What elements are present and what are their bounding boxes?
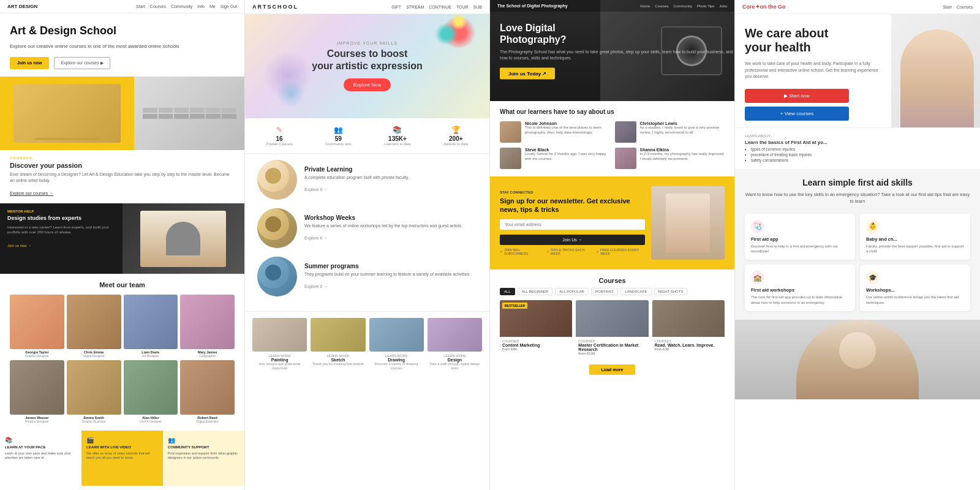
p1-discover-link[interactable]: Explore our courses → [10,191,53,195]
p3-nav-tips[interactable]: Photo Tips [697,4,714,8]
list-item: Robert Reed Digital Illustrator [180,360,235,423]
p1-explore-button[interactable]: Explore our courses ▶ [54,57,110,69]
member-role: Calligrapher [180,354,235,358]
p1-discover-text: Ever dream of becoming a Designer? Let A… [10,172,235,184]
p1-keyboard-visual [134,77,244,150]
filter-popular[interactable]: ALL POPULAR [555,288,589,295]
p2-stat-community-num: 59 [325,135,352,142]
p1-hero-image-row [0,77,244,150]
list-item: safety considerations [745,157,970,163]
course-1-title: Content Marketing [502,343,570,347]
community-icon: 👥 [168,437,239,443]
newsletter-submit-button[interactable]: Join Us → [500,235,645,245]
p2-feature-link-private[interactable]: Explore it → [304,187,328,192]
filter-portrait[interactable]: PORTRAIT [591,288,618,295]
p2-nav-tour[interactable]: TOUR [456,5,469,9]
p2-explore-button[interactable]: Explore Now [344,78,391,91]
filter-landscape[interactable]: LANDSCAPE [620,288,651,295]
list-item: Mary James Calligrapher [180,295,235,358]
avatar [10,295,64,349]
learn-icon: 📚 [5,437,77,443]
p1-bottom-learn-label: LEARN AT YOUR PACE [5,445,77,450]
p1-nav-courses[interactable]: Courses [150,4,166,9]
p3-nav-home[interactable]: Home [640,4,650,8]
p3-nav-courses[interactable]: Courses [655,4,668,8]
reviewer-text: Lovely School for 2 months ago. I was ve… [525,152,610,162]
p1-keyboard-image [134,77,244,150]
p1-hero: Art & Design School Explore our creative… [0,13,244,77]
p4-nav-start[interactable]: Start [943,5,952,9]
p2-hero-label: IMPROVE YOUR SKILLS [312,41,423,45]
p4-features-grid: 🩺 First aid app Discover how to help in … [745,214,970,312]
p2-nav-continue[interactable]: CONTINUE [429,5,451,9]
p2-nav-sub[interactable]: SUB [473,5,482,9]
p2-nav-links: GIFT STREAM CONTINUE TOUR SUB [391,5,482,9]
p3-reviews-section: What our learners have to say about us N… [490,101,734,176]
filter-beginner[interactable]: ALL BEGINNER [518,288,552,295]
p1-dark-image [123,203,245,274]
p4-logo: Core✦on the Go [742,4,786,10]
check-icon: ✓ [596,250,599,254]
p3-join-button[interactable]: Join us Today ↗ [500,68,555,80]
course-drawing-image [369,318,424,352]
p2-stat-learners: 📚 135K+ Learners to date [384,126,411,146]
p4-hero-title: We care aboutyour health [745,26,881,55]
p2-nav-gift[interactable]: GIFT [391,5,401,9]
p1-bottom-video-label: LEARN WITH LIVE VIDEO [86,445,158,450]
p3-hero-text: The Photography School has what you need… [500,48,734,61]
p1-nav-me[interactable]: Me [209,4,216,9]
p2-nav-stream[interactable]: STREAM [406,5,424,9]
p2-stat-courses: ✎ 16 Private Courses [266,126,293,146]
p3-nav-links: Home Courses Community Photo Tips Jobs [640,4,727,8]
p3-nav-jobs[interactable]: Jobs [719,4,727,8]
filter-all[interactable]: ALL [500,288,515,295]
p4-feature-text-online: Our online world conference brings you t… [866,295,964,305]
member-role: Product Designer [10,420,64,423]
p3-newsletter-image [651,186,725,260]
p4-mid-title: Learn simple first aid skills [745,178,970,187]
p3-courses-section: Courses ALL ALL BEGINNER ALL POPULAR POR… [490,270,734,382]
p1-bottom-community-label: COMMUNITY SUPPORT [168,445,239,450]
p2-feature-link-summer[interactable]: Explore it → [304,284,328,288]
p1-discover-section: COURSES Discover your passion Ever dream… [0,150,244,204]
p1-dark-label: MENTOR HELP [7,209,115,213]
reviewer-text: As a student, I really loved to give a v… [640,126,725,135]
p1-discover-title: Discover your passion [10,162,235,169]
p3-nav-community[interactable]: Community [674,4,692,8]
p3-load-more-button[interactable]: Load more [589,364,636,375]
p2-feature-link-workshop[interactable]: Explore it → [304,236,328,240]
course-1-image: BESTSELLER [500,300,572,337]
private-learning-image [257,160,297,200]
p4-feature-firstaid: 🩺 First aid app Discover how to help in … [745,214,855,260]
p2-stat-community-label: Community size [325,142,352,146]
panel-core-on-go: Core✦on the Go Start Courses We care abo… [735,0,980,490]
p1-nav-community[interactable]: Community [171,4,192,9]
p1-join-button[interactable]: Join us now [10,57,49,69]
p4-nav-courses[interactable]: Courses [957,5,973,9]
p4-feature-title-firstaid: First aid app [751,236,849,242]
p3-hero-content: Love DigitalPhotography? The Photography… [500,21,734,80]
p4-hero-image [891,14,980,127]
filter-night[interactable]: NIGHT SHOTS [654,288,688,295]
p2-feature-desc-private: A complete education program built with … [304,175,409,181]
check-icon: ✓ [546,250,549,254]
course-sketch-name: Sketch [311,358,365,362]
p1-team-grid: Georgia Taylor Graphic Designer Chris Em… [10,295,235,423]
p2-hero-content: IMPROVE YOUR SKILLS Courses to boostyour… [312,41,423,91]
p3-reviews-title: What our learners have to say about us [500,108,725,115]
course-drawing-name: Drawing [369,358,424,362]
p3-hero: The School of Digital Photography Home C… [490,0,734,101]
course-painting-desc: Arte sempre que pode estar disponível [252,362,307,371]
p1-nav-start[interactable]: Start [136,4,145,9]
p4-start-button[interactable]: ▶ Start now [745,89,849,103]
check-icon: ✓ [500,250,503,254]
reviewer-avatar [615,148,636,169]
awards-icon: 🏆 [443,126,468,134]
p3-newsletter-section: STAY CONNECTED Sign up for our newslette… [490,176,734,270]
newsletter-email-input[interactable] [500,219,645,230]
newsletter-badge-2: ✓ TIPS & TRICKS EACH WEEK [546,248,591,255]
p1-dark-link[interactable]: Join us now → [7,244,31,247]
p1-nav-info[interactable]: Info [197,4,205,9]
p1-nav-signout[interactable]: Sign Out [221,4,237,9]
p4-view-courses-button[interactable]: + View courses [745,107,849,121]
